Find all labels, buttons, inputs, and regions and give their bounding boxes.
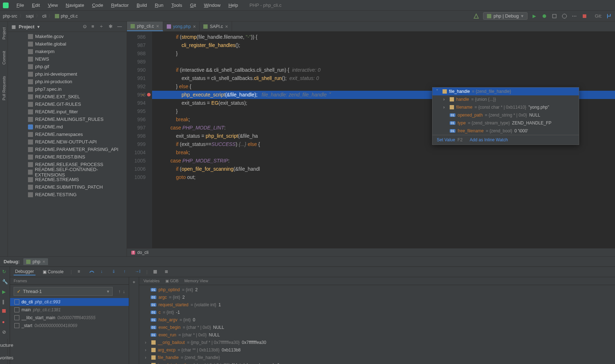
tree-item[interactable]: README.REDIST.BINS (8, 153, 127, 161)
profile-button[interactable] (561, 13, 568, 19)
variable-row[interactable]: 01type = {zend_stream_type} ZEND_HANDLE_… (432, 119, 579, 127)
debugger-tab[interactable]: Debugger (14, 268, 36, 275)
close-icon[interactable]: × (156, 23, 159, 29)
variable-row[interactable]: 01php_optind = {int} 2 (139, 286, 615, 293)
menu-view[interactable]: View (44, 1, 61, 9)
tree-item[interactable]: README.SELF-CONTAINED-EXTENSIONS (8, 168, 127, 176)
close-icon[interactable]: × (193, 24, 196, 29)
stack-frame[interactable]: _start0x0000000000418069 (10, 322, 129, 330)
tree-item[interactable]: README.EXT_SKEL (8, 93, 127, 100)
inline-variable-popup[interactable]: ˅file_handle = {zend_file_handle}›handle… (432, 87, 579, 145)
debug-button[interactable] (541, 13, 548, 19)
menu-file[interactable]: File (13, 1, 28, 9)
variable-row[interactable]: ›handle = {union {...}} (432, 95, 579, 103)
variable-row[interactable]: ›arg_excp = {char ** | 0xb113b8} 0xb113b… (139, 346, 615, 354)
variable-row[interactable]: ›__orig_bailout = {jmp_buf * | 0x7ffffff… (139, 339, 615, 346)
git-branch-icon[interactable] (606, 13, 612, 19)
tool-tab-pull-requests[interactable]: Pull Requests (1, 74, 7, 103)
variable-row[interactable]: 01c = {int} -1 (139, 308, 615, 316)
expand-icon[interactable]: › (145, 340, 149, 345)
force-step-into-icon[interactable]: ⇓ (112, 269, 118, 275)
expand-icon[interactable]: ˅ (436, 89, 440, 94)
tree-item[interactable]: NEWS (8, 55, 127, 63)
variable-row[interactable]: 01request_started = {volatile int} 1 (139, 301, 615, 308)
tree-item[interactable]: README.MAILINGLIST_RULES (8, 115, 127, 123)
menu-build[interactable]: Build (133, 1, 151, 9)
project-tree[interactable]: Makefile.gcovMakefile.globalmakerpmNEWSp… (8, 32, 127, 256)
tree-item[interactable]: README.input_filter (8, 108, 127, 115)
run-config-selector[interactable]: php | Debug ▾ (483, 12, 528, 20)
editor-tab[interactable]: php_cli.c× (127, 22, 163, 31)
tree-item[interactable]: README.NEW-OUTPUT-API (8, 138, 127, 146)
breadcrumb[interactable]: php-src〉sapi〉cli〉php_cli.c (3, 13, 78, 19)
breadcrumb-segment[interactable]: php-src (3, 14, 17, 19)
menu-navigate[interactable]: Navigate (62, 1, 87, 9)
variable-row[interactable]: 01argc = {int} 2 (139, 293, 615, 301)
tree-item[interactable]: Makefile.gcov (8, 33, 127, 40)
run-button[interactable]: ▶ (531, 13, 538, 19)
expand-all-icon[interactable]: ≡ (91, 24, 97, 29)
expand-icon[interactable]: › (145, 348, 149, 353)
expand-icon[interactable]: › (443, 105, 448, 110)
thread-selector[interactable]: ✓ Thread-1 ▾ (14, 287, 113, 296)
menu-window[interactable]: Window (200, 1, 224, 9)
mute-breakpoints-icon[interactable]: ⊘ (2, 329, 8, 335)
variable-row[interactable]: ˅file_handle = {zend_file_handle} (432, 88, 579, 95)
project-title[interactable]: Project (19, 24, 34, 29)
resume-icon[interactable]: ▶ (2, 289, 8, 295)
step-over-icon[interactable] (89, 269, 95, 275)
tree-item[interactable]: makerpm (8, 48, 127, 55)
stack-frame[interactable]: do_cliphp_cli.c:993 (10, 298, 129, 306)
tree-item[interactable]: php.ini-development (8, 70, 127, 78)
menu-git[interactable]: Git (186, 1, 200, 9)
evaluate-expression-icon[interactable]: ▦ (153, 269, 159, 275)
menu-code[interactable]: Code (89, 1, 107, 9)
run-to-cursor-icon[interactable]: →I (135, 269, 141, 275)
modify-run-icon[interactable]: 🔧 (2, 279, 8, 285)
tree-item[interactable]: php.gif (8, 63, 127, 70)
tree-item[interactable]: README.md (8, 123, 127, 131)
breadcrumb-segment[interactable]: cli (42, 14, 46, 19)
close-icon[interactable]: × (225, 24, 228, 29)
tree-item[interactable]: Makefile.global (8, 40, 127, 48)
collapse-all-icon[interactable]: ÷ (100, 24, 106, 29)
editor-tab[interactable]: yong.php× (163, 22, 200, 31)
build-icon[interactable] (473, 13, 479, 19)
variable-row[interactable]: 01exec_run = {char * | 0x0} NULL (139, 331, 615, 339)
trace-icon[interactable]: ≣ (165, 269, 170, 275)
variable-row[interactable]: 01free_filename = {zend_bool} 0 '\000' (432, 127, 579, 135)
stack-frame[interactable]: __libc_start_main0x00007ffff6403555 (10, 314, 129, 322)
pause-icon[interactable]: ∥ (2, 299, 8, 305)
expand-icon[interactable]: › (443, 97, 448, 102)
variable-row[interactable]: 01exec_begin = {char * | 0x0} NULL (139, 323, 615, 331)
settings-icon[interactable]: ✻ (109, 24, 114, 29)
variable-row[interactable]: ›file_handle = {zend_file_handle} (139, 354, 615, 361)
tree-item[interactable]: README.PARAMETER_PARSING_API (8, 146, 127, 153)
chevron-down-icon[interactable]: ▾ (37, 24, 40, 29)
show-execution-point-icon[interactable]: ≡ (77, 269, 83, 275)
debug-session-tab[interactable]: php × (23, 258, 48, 265)
tree-item[interactable]: README.namespaces (8, 131, 127, 138)
rerun-icon[interactable]: ↻ (2, 269, 8, 275)
tree-item[interactable]: README.SUBMITTING_PATCH (8, 183, 127, 191)
tool-tab-favorites[interactable]: Favorites (0, 355, 13, 360)
breadcrumb-segment[interactable]: php_cli.c (55, 14, 77, 19)
breadcrumb-segment[interactable]: sapi (26, 14, 34, 19)
step-into-icon[interactable]: ↓ (100, 269, 106, 275)
console-tab[interactable]: ▣ Console (41, 269, 65, 275)
variable-row[interactable]: ›filename = {const char * | 0xb11410} "y… (432, 103, 579, 111)
menu-refactor[interactable]: Refactor (108, 1, 132, 9)
tool-tab-project[interactable]: Project (1, 25, 7, 42)
attach-button[interactable]: ⋯ (571, 13, 578, 19)
close-icon[interactable]: × (42, 259, 45, 264)
menu-edit[interactable]: Edit (28, 1, 43, 9)
stop-icon[interactable] (2, 309, 8, 315)
expand-icon[interactable]: › (145, 355, 149, 360)
stack-frame[interactable]: mainphp_cli.c:1381 (10, 306, 129, 314)
tree-item[interactable]: README.GIT-RULES (8, 100, 127, 108)
variable-row[interactable]: ›translated_path = {char * | 0xb3de70} "… (139, 361, 615, 364)
tree-item[interactable]: README.TESTING (8, 191, 127, 198)
step-out-icon[interactable]: ↑ (123, 269, 129, 275)
menu-tools[interactable]: Tools (168, 1, 186, 9)
view-breakpoints-icon[interactable]: ● (2, 319, 8, 325)
